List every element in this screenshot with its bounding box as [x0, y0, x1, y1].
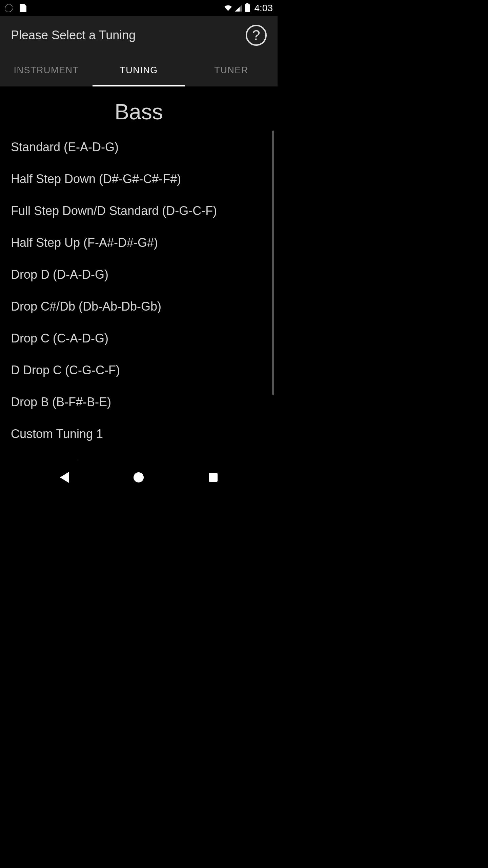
tuning-option[interactable]: Standard (E-A-D-G)	[11, 131, 267, 163]
signal-icon	[235, 5, 242, 12]
tuning-option[interactable]: Half Step Down (D#-G#-C#-F#)	[11, 163, 267, 195]
tuning-option[interactable]: Drop B (B-F#-B-E)	[11, 386, 267, 418]
loading-icon	[5, 4, 13, 12]
tunings-list: Standard (E-A-D-G) Half Step Down (D#-G#…	[0, 131, 278, 461]
tuning-option[interactable]: Drop C (C-A-D-G)	[11, 322, 267, 354]
nav-back-button[interactable]	[58, 471, 71, 484]
android-nav-bar	[0, 461, 278, 494]
content-area: Bass Standard (E-A-D-G) Half Step Down (…	[0, 86, 278, 461]
tuning-option[interactable]: Half Step Up (F-A#-D#-G#)	[11, 227, 267, 259]
status-left-icons	[5, 4, 27, 12]
nav-home-button[interactable]	[132, 471, 145, 484]
tuning-option[interactable]: Full Step Down/D Standard (D-G-C-F)	[11, 195, 267, 227]
tuning-option[interactable]: Custom Tuning 1	[11, 418, 267, 450]
sd-card-icon	[19, 4, 27, 12]
app-header: Please Select a Tuning ? INSTRUMENT TUNI…	[0, 16, 278, 86]
nav-recent-button[interactable]	[206, 471, 220, 484]
page-title: Please Select a Tuning	[11, 28, 136, 42]
tab-instrument[interactable]: INSTRUMENT	[0, 54, 93, 86]
wifi-icon	[224, 4, 232, 12]
tabs-row: INSTRUMENT TUNING TUNER	[0, 54, 278, 86]
battery-icon	[245, 4, 250, 12]
scrollbar[interactable]	[272, 131, 274, 395]
tab-tuning[interactable]: TUNING	[93, 54, 185, 86]
status-time: 4:03	[255, 3, 273, 14]
tuning-option[interactable]: Drop C#/Db (Db-Ab-Db-Gb)	[11, 291, 267, 322]
help-button[interactable]: ?	[246, 25, 267, 46]
instrument-section-title: Bass	[0, 86, 278, 131]
tuning-option[interactable]: Drop D (D-A-D-G)	[11, 259, 267, 291]
android-status-bar: 4:03	[0, 0, 278, 16]
tuning-option[interactable]: Custom Tuning 2	[11, 450, 267, 461]
status-right-icons: 4:03	[224, 3, 273, 14]
tuning-option[interactable]: D Drop C (C-G-C-F)	[11, 354, 267, 386]
tab-tuner[interactable]: TUNER	[185, 54, 278, 86]
title-row: Please Select a Tuning ?	[0, 16, 278, 54]
